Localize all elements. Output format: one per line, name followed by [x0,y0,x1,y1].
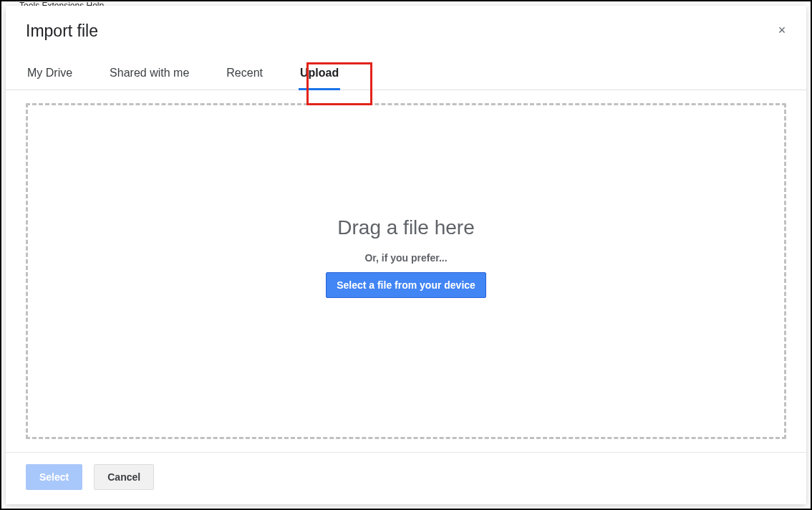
cancel-button[interactable]: Cancel [94,464,154,490]
dialog-header: Import file × [6,6,806,41]
dialog-title: Import file [26,21,786,41]
upload-dropzone[interactable]: Drag a file here Or, if you prefer... Se… [26,103,786,439]
tab-upload[interactable]: Upload [299,57,340,90]
select-file-button[interactable]: Select a file from your device [326,272,486,298]
tab-shared-with-me[interactable]: Shared with me [108,57,190,90]
dialog-footer: Select Cancel [6,452,806,504]
import-file-dialog: Import file × My Drive Shared with me Re… [6,6,806,504]
dropzone-subtitle: Or, if you prefer... [364,252,447,264]
dialog-content: Drag a file here Or, if you prefer... Se… [6,90,806,452]
tab-recent[interactable]: Recent [225,57,264,90]
close-icon: × [778,24,786,37]
dropzone-title: Drag a file here [337,216,474,239]
picker-tabs: My Drive Shared with me Recent Upload [6,57,806,90]
close-button[interactable]: × [773,21,791,39]
select-button[interactable]: Select [26,464,82,490]
tab-my-drive[interactable]: My Drive [26,57,74,90]
